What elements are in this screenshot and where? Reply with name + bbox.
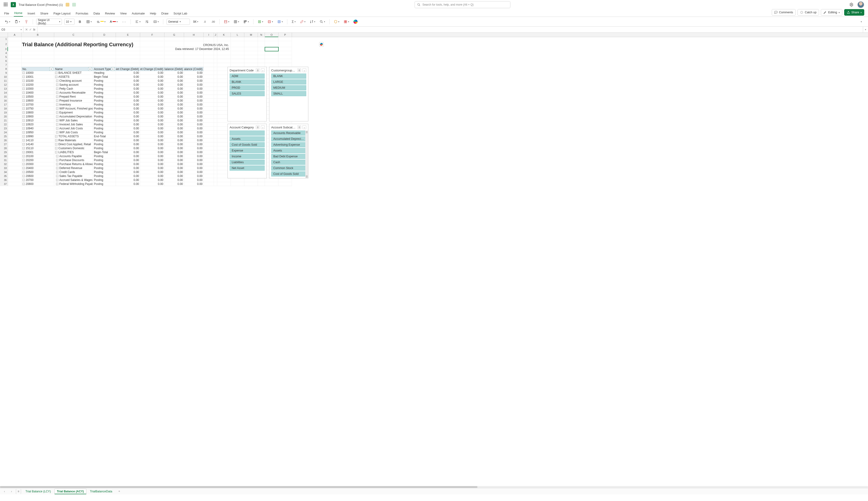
cell-K3[interactable] [217, 47, 231, 51]
row-header[interactable]: 36 [0, 178, 8, 182]
cell-E17[interactable]: 0.00 [116, 103, 140, 107]
cell-J32[interactable] [214, 162, 217, 166]
cell-C19[interactable]: −Equipment [54, 111, 93, 115]
cell-D15[interactable]: Posting [93, 95, 116, 99]
outline-toggle-icon[interactable]: − [56, 119, 59, 121]
cell-J31[interactable] [214, 158, 217, 162]
cell-C10[interactable]: −ASSETS [54, 75, 93, 79]
multiselect-icon[interactable]: ☰ [256, 125, 260, 129]
cell-G13[interactable]: 0.00 [165, 87, 184, 91]
slicer-item[interactable]: Liabilities [230, 160, 265, 165]
cell-E36[interactable]: 0.00 [116, 178, 140, 182]
cell-B11[interactable]: −10100 [21, 79, 54, 83]
cell-F11[interactable]: 0.00 [140, 79, 165, 83]
cell-H25[interactable]: 0.00 [184, 135, 204, 138]
cell-O7[interactable] [265, 63, 278, 67]
cell-B15[interactable]: −10500 [21, 95, 54, 99]
format-table-button[interactable]: ▾ [233, 19, 240, 25]
cell-D25[interactable]: End-Total [93, 135, 116, 138]
cell-B27[interactable]: −14140 [21, 142, 54, 146]
cell-E4[interactable] [116, 51, 140, 55]
outline-toggle-icon[interactable]: − [55, 76, 57, 78]
cell-F27[interactable]: 0.00 [140, 142, 165, 146]
insert-cells-button[interactable]: ▾ [257, 19, 264, 25]
cell-B29[interactable]: −20001 [21, 150, 54, 154]
outline-toggle-icon[interactable]: − [56, 84, 59, 86]
outline-toggle-icon[interactable]: − [56, 171, 59, 173]
cell-C11[interactable]: −Checking account [54, 79, 93, 83]
cell-B7[interactable] [21, 63, 54, 67]
cell-C36[interactable]: −Accrued Salaries & Wages [54, 178, 93, 182]
cell-H10[interactable]: 0.00 [184, 75, 204, 79]
ribbon-expand-button[interactable]: ▾ [858, 19, 864, 25]
cell-A6[interactable] [8, 59, 21, 63]
cell-C17[interactable]: −Inventory [54, 103, 93, 107]
catchup-button[interactable]: Catch up [797, 9, 819, 15]
cell-E8[interactable]: Net Change (Debit) [116, 67, 140, 71]
outline-toggle-icon[interactable]: − [22, 171, 25, 173]
cell-N37[interactable] [258, 182, 265, 186]
menu-file[interactable]: File [4, 12, 10, 17]
cell-D11[interactable]: Posting [93, 79, 116, 83]
cell-H23[interactable]: 0.00 [184, 127, 204, 130]
cell-D28[interactable]: Posting [93, 146, 116, 150]
cell-H21[interactable]: 0.00 [184, 119, 204, 122]
cell-H17[interactable]: 0.00 [184, 103, 204, 107]
cell-M7[interactable] [244, 63, 258, 67]
column-header-P[interactable]: P [278, 33, 292, 37]
cell-F33[interactable]: 0.00 [140, 166, 165, 170]
outline-toggle-icon[interactable]: − [22, 127, 25, 130]
cell-E12[interactable]: 0.00 [116, 83, 140, 87]
outline-toggle-icon[interactable]: − [22, 115, 25, 118]
outline-toggle-icon[interactable]: − [22, 167, 25, 169]
cell-C28[interactable]: −Customers Domestic [54, 146, 93, 150]
cell-D3[interactable] [93, 47, 116, 51]
outline-toggle-icon[interactable]: − [22, 72, 25, 74]
cell-I33[interactable] [204, 166, 214, 170]
cell-F20[interactable]: 0.00 [140, 115, 165, 119]
cell-L3[interactable] [231, 47, 244, 51]
slicer-item[interactable]: BLANK [271, 74, 306, 79]
cell-A13[interactable] [8, 87, 21, 91]
cell-E6[interactable] [116, 59, 140, 63]
cell-B32[interactable]: −20300 [21, 162, 54, 166]
clear-filter-icon[interactable]: ⌄ [303, 68, 306, 72]
comments-button[interactable]: Comments [772, 9, 796, 15]
cell-A5[interactable] [8, 55, 21, 59]
cell-J7[interactable] [214, 63, 217, 67]
cell-C16[interactable]: −Prepaid Insurance [54, 99, 93, 103]
sheet-tab[interactable]: Trial Balance (LCY) [23, 489, 53, 494]
cell-E20[interactable]: 0.00 [116, 115, 140, 119]
outline-toggle-icon[interactable]: − [55, 151, 57, 153]
format-painter-button[interactable] [23, 19, 30, 25]
cell-H15[interactable]: 0.00 [184, 95, 204, 99]
cell-E26[interactable]: 0.00 [116, 138, 140, 142]
slicer-item[interactable]: ADM [230, 74, 265, 79]
cell-J10[interactable] [214, 75, 217, 79]
slicer-item[interactable]: Cash [271, 160, 306, 165]
cell-B5[interactable] [21, 55, 54, 59]
cell-D1[interactable] [93, 37, 116, 41]
cell-I8[interactable] [204, 67, 214, 71]
cell-M37[interactable] [244, 182, 258, 186]
merge-button[interactable]: ▾ [152, 19, 160, 25]
outline-toggle-icon[interactable]: − [22, 99, 25, 102]
cell-C13[interactable]: −Petty Cash [54, 87, 93, 91]
cell-P5[interactable] [278, 55, 292, 59]
slicer-item[interactable]: Cost of Goods Sold [230, 142, 265, 147]
cell-F9[interactable]: 0.00 [140, 71, 165, 75]
cell-B35[interactable]: −20600 [21, 174, 54, 178]
cell-I36[interactable] [204, 178, 214, 182]
cell-styles-button[interactable]: ▾ [242, 19, 250, 25]
next-sheet-button[interactable]: › [9, 489, 14, 494]
cell-M3[interactable] [244, 47, 258, 51]
cell-F7[interactable] [140, 63, 165, 67]
outline-toggle-icon[interactable]: − [56, 179, 59, 181]
cell-F5[interactable] [140, 55, 165, 59]
slicer-item[interactable]: LARGE [271, 79, 306, 85]
cell-J3[interactable] [214, 47, 217, 51]
slicer-customergroup[interactable]: Customergroup… ☰ ⌄ BLANKLARGEMEDIUMSMALL [269, 67, 308, 121]
cell-N1[interactable] [258, 37, 265, 41]
cell-F19[interactable]: 0.00 [140, 111, 165, 115]
cell-A17[interactable] [8, 103, 21, 107]
